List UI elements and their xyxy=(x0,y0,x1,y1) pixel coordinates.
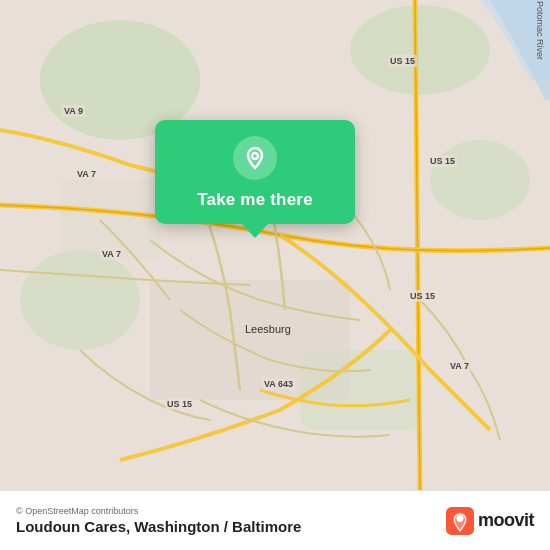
bottom-left-info: © OpenStreetMap contributors Loudoun Car… xyxy=(16,506,301,535)
map-svg xyxy=(0,0,550,490)
road-label-us15-mid: US 15 xyxy=(408,290,437,302)
location-title: Loudoun Cares, Washington / Baltimore xyxy=(16,518,301,535)
road-label-va9: VA 9 xyxy=(62,105,85,117)
road-label-va643: VA 643 xyxy=(262,378,295,390)
road-label-va7-mid: VA 7 xyxy=(100,248,123,260)
road-label-us15-lower: US 15 xyxy=(165,398,194,410)
popup-label: Take me there xyxy=(197,190,313,210)
moovit-logo: moovit xyxy=(446,507,534,535)
svg-point-4 xyxy=(430,140,530,220)
svg-point-3 xyxy=(20,250,140,350)
road-label-us15-top: US 15 xyxy=(388,55,417,67)
river-label: Upper Potomac River xyxy=(535,0,545,60)
bottom-bar: © OpenStreetMap contributors Loudoun Car… xyxy=(0,490,550,550)
road-label-us15-upper: US 15 xyxy=(428,155,457,167)
moovit-text: moovit xyxy=(478,510,534,531)
svg-point-11 xyxy=(457,516,463,522)
road-label-va7-left: VA 7 xyxy=(75,168,98,180)
take-me-there-popup[interactable]: Take me there xyxy=(155,120,355,224)
svg-rect-6 xyxy=(150,280,350,400)
svg-point-2 xyxy=(350,5,490,95)
moovit-logo-icon xyxy=(446,507,474,535)
map-container: Upper Potomac River VA 9 VA 7 VA 7 VA 7 … xyxy=(0,0,550,490)
road-label-va7-right: VA 7 xyxy=(448,360,471,372)
location-pin-icon xyxy=(233,136,277,180)
osm-credit: © OpenStreetMap contributors xyxy=(16,506,301,516)
svg-point-8 xyxy=(252,153,258,159)
